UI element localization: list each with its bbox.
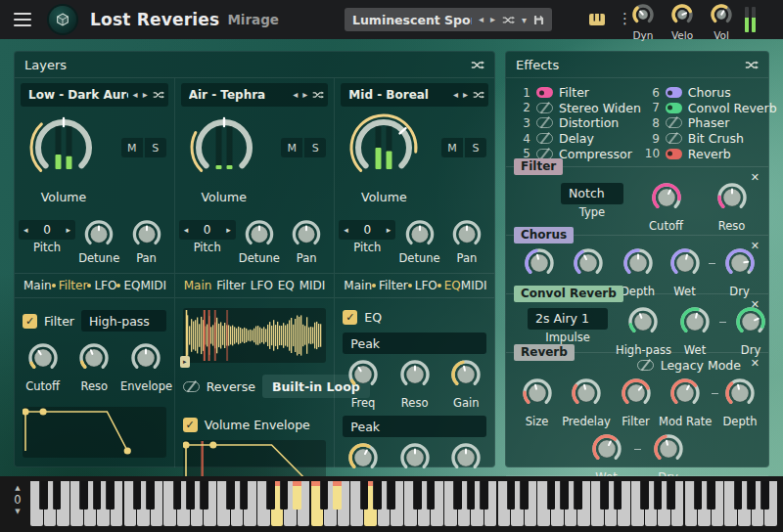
filter-type-dropdown[interactable]: High-pass xyxy=(81,310,166,332)
piano-key-black[interactable] xyxy=(760,481,769,510)
piano-key-black[interactable] xyxy=(707,481,715,510)
tab-lfo[interactable]: LFO xyxy=(251,279,273,292)
piano-key-black[interactable] xyxy=(413,481,422,510)
velo-knob[interactable]: Velo xyxy=(666,2,699,41)
filter-envelope-graph[interactable] xyxy=(23,407,166,458)
reso-knob[interactable]: Reso xyxy=(390,358,440,410)
piano-key-black[interactable] xyxy=(574,481,582,510)
solo-button[interactable]: S xyxy=(304,138,326,157)
highpass-knob[interactable]: High-pass xyxy=(616,305,670,357)
filter-knob[interactable]: Filter xyxy=(613,377,659,428)
pitch-dec-icon[interactable]: ◂ xyxy=(23,225,28,235)
effect-slot[interactable]: 9Bit Crush xyxy=(645,131,777,147)
piano-key-black[interactable] xyxy=(600,481,609,510)
size-knob[interactable]: Size xyxy=(514,377,560,428)
filter-type-dropdown[interactable]: Notch xyxy=(561,183,623,204)
pitch-dec-icon[interactable]: ◂ xyxy=(344,225,348,235)
piano-key-black[interactable] xyxy=(560,481,569,510)
effect-toggle-icon[interactable] xyxy=(536,87,553,98)
pan-knob[interactable]: Pan xyxy=(283,218,330,265)
shuffle-icon[interactable] xyxy=(745,60,759,70)
piano-key-black[interactable] xyxy=(373,481,382,510)
piano-key-black[interactable] xyxy=(173,481,182,510)
modrate-knob[interactable]: Mod Rate xyxy=(659,377,712,428)
mute-button[interactable]: M xyxy=(121,138,143,157)
tab-filter[interactable]: Filter xyxy=(52,279,88,292)
reverse-toggle-icon[interactable] xyxy=(183,381,200,392)
preset-next-icon[interactable]: ▸ xyxy=(490,15,495,24)
tab-filter[interactable]: Filter xyxy=(372,279,408,292)
predelay-knob[interactable]: Predelay xyxy=(560,377,613,428)
waveform-display[interactable]: ▸ xyxy=(183,308,327,363)
piano-key-black[interactable] xyxy=(280,481,289,510)
piano-key-black[interactable] xyxy=(507,481,516,510)
piano-key-black[interactable] xyxy=(79,481,88,510)
effect-slot[interactable]: 10Reverb xyxy=(645,146,777,161)
effect-slot[interactable]: 4Delay xyxy=(516,131,641,147)
piano-key-black[interactable] xyxy=(667,481,675,510)
piano-key-black[interactable] xyxy=(654,481,663,510)
tab-main[interactable]: Main xyxy=(184,279,212,292)
preset-prev-icon[interactable]: ◂ xyxy=(479,15,484,24)
tab-filter[interactable]: Filter xyxy=(216,279,246,292)
piano-key-black[interactable] xyxy=(453,481,462,510)
piano-key-black[interactable] xyxy=(53,481,62,510)
mute-button[interactable]: M xyxy=(441,138,463,157)
close-icon[interactable]: ✕ xyxy=(751,240,760,252)
pitch-stepper[interactable]: ◂ 0 ▸ xyxy=(19,220,75,240)
preset-dropdown-icon[interactable]: ▾ xyxy=(522,15,527,25)
dry-knob[interactable]: Dry xyxy=(716,246,762,298)
piano-key-black[interactable] xyxy=(360,481,369,510)
effect-toggle-icon[interactable] xyxy=(536,103,553,113)
piano-key-black[interactable] xyxy=(106,481,115,510)
volume-knob[interactable]: Volume xyxy=(23,111,105,204)
eq-enable-checkbox[interactable]: ✓ xyxy=(343,310,357,325)
tab-eq[interactable]: EQ xyxy=(438,279,461,292)
layer-header[interactable]: Air - Tephra ◂ ▸ xyxy=(181,83,329,107)
prev-icon[interactable]: ◂ xyxy=(133,90,138,100)
pitch-stepper[interactable]: ◂ 0 ▸ xyxy=(339,220,395,240)
layer-header[interactable]: Low - Dark Aurora ◂ ▸ xyxy=(21,83,168,107)
detune-knob[interactable]: Detune xyxy=(236,218,283,265)
impulse-dropdown[interactable]: 2s Airy 1 xyxy=(528,308,608,330)
save-icon[interactable] xyxy=(533,15,544,25)
tab-lfo[interactable]: LFO xyxy=(408,279,438,292)
close-icon[interactable]: ✕ xyxy=(751,357,760,370)
dyn-knob[interactable]: Dyn xyxy=(626,2,660,41)
mute-button[interactable]: M xyxy=(281,138,302,157)
dry-knob[interactable]: Dry xyxy=(734,305,767,357)
volume-knob[interactable]: Volume xyxy=(343,111,425,204)
effect-toggle-icon[interactable] xyxy=(666,117,682,128)
pitch-inc-icon[interactable]: ▸ xyxy=(226,225,231,235)
piano-key-black[interactable] xyxy=(226,481,235,510)
effect-toggle-icon[interactable] xyxy=(666,103,682,113)
effect-toggle-icon[interactable] xyxy=(666,87,682,98)
tab-main[interactable]: Main xyxy=(23,279,52,292)
shuffle-icon[interactable] xyxy=(153,90,164,100)
shuffle-icon[interactable] xyxy=(473,90,484,100)
piano-key-black[interactable] xyxy=(427,481,436,510)
effect-toggle-icon[interactable] xyxy=(666,133,682,144)
depth-knob[interactable]: Depth xyxy=(718,377,761,428)
menu-icon[interactable] xyxy=(14,9,31,30)
next-icon[interactable]: ▸ xyxy=(302,90,307,100)
octave-down-icon[interactable]: ▼ xyxy=(9,508,26,516)
reso-knob[interactable]: Reso xyxy=(69,341,119,393)
reso-knob[interactable]: Reso xyxy=(709,181,755,233)
eq-band2-type-dropdown[interactable]: Peak xyxy=(343,416,486,437)
layer-header[interactable]: Mid - Boreal ◂ ▸ xyxy=(341,83,488,107)
detune-knob[interactable]: Detune xyxy=(75,218,122,265)
pitch-inc-icon[interactable]: ▸ xyxy=(66,225,70,235)
effect-toggle-icon[interactable] xyxy=(666,149,682,159)
cutoff-knob[interactable]: Cutoff xyxy=(643,181,689,233)
piano-key-black[interactable] xyxy=(480,481,488,510)
pan-knob[interactable]: Pan xyxy=(122,218,169,265)
piano-key-black[interactable] xyxy=(734,481,743,510)
effect-slot[interactable]: 3Distortion xyxy=(516,115,641,131)
piano-key-black[interactable] xyxy=(320,481,329,510)
solo-button[interactable]: S xyxy=(465,138,486,157)
tab-eq[interactable]: EQ xyxy=(278,279,295,292)
keyboard-icon[interactable] xyxy=(588,13,606,26)
piano-key-black[interactable] xyxy=(133,481,142,510)
pan-knob[interactable]: Pan xyxy=(443,218,490,265)
